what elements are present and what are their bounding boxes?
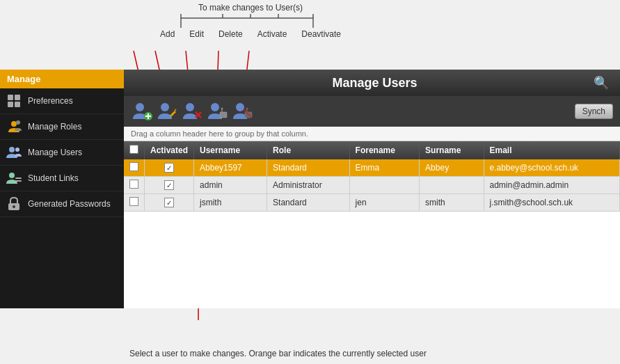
col-header-checkbox xyxy=(124,141,145,159)
svg-point-35 xyxy=(221,108,223,110)
activated-checkmark xyxy=(164,198,174,207)
sidebar-item-manage-roles[interactable]: Manage Roles xyxy=(0,114,124,140)
row-role: Administrator xyxy=(267,177,350,194)
svg-point-16 xyxy=(16,120,20,125)
select-all-checkbox[interactable] xyxy=(129,145,138,154)
annotation-text: To make changes to User(s) xyxy=(111,3,390,13)
toolbar-label-row: Add Edit Delete Activate Deavtivate xyxy=(160,29,341,39)
main-content: Manage Users 🔍 xyxy=(124,70,620,308)
sidebar-header: Manage xyxy=(0,70,124,88)
deactivate-user-button[interactable] xyxy=(231,100,253,122)
svg-point-33 xyxy=(211,103,219,111)
svg-point-38 xyxy=(246,108,248,110)
row-forename: jen xyxy=(349,194,420,212)
app-container: Manage Preferences Manage Roles xyxy=(0,70,620,308)
row-checkbox-cell[interactable] xyxy=(124,159,145,177)
delete-user-button[interactable] xyxy=(181,100,203,122)
col-header-surname[interactable]: Surname xyxy=(420,141,484,159)
svg-point-18 xyxy=(15,148,19,152)
svg-point-36 xyxy=(236,103,244,111)
row-activated xyxy=(145,177,194,194)
sidebar-label-manage-roles: Manage Roles xyxy=(28,122,81,132)
svg-rect-21 xyxy=(15,180,22,182)
col-header-forename[interactable]: Forename xyxy=(349,141,420,159)
toolbar-icons xyxy=(131,100,253,122)
col-header-username[interactable]: Username xyxy=(194,141,267,159)
sidebar-item-student-links[interactable]: Student Links xyxy=(0,166,124,191)
svg-point-17 xyxy=(9,147,15,152)
main-header: Manage Users 🔍 xyxy=(124,70,620,96)
row-username: jsmith xyxy=(194,194,267,212)
row-surname: Abbey xyxy=(420,159,484,177)
table-row[interactable]: Abbey1597 Standard Emma Abbey e.abbey@sc… xyxy=(124,159,620,177)
user-table: Activated Username Role Forename Surname… xyxy=(124,141,620,308)
preferences-icon xyxy=(6,93,22,109)
svg-rect-13 xyxy=(8,102,13,107)
sidebar-label-student-links: Student Links xyxy=(28,173,79,183)
activated-checkmark xyxy=(164,180,174,190)
manage-roles-icon xyxy=(6,118,22,135)
user-table-body: Abbey1597 Standard Emma Abbey e.abbey@sc… xyxy=(124,159,620,212)
label-activate: Activate xyxy=(257,29,287,39)
bracket-svg xyxy=(160,13,341,29)
bottom-annotation-text: Select a user to make changes. Orange ba… xyxy=(129,349,427,358)
row-email: admin@admin.admin xyxy=(484,177,620,194)
row-email: j.smith@school.sch.uk xyxy=(484,194,620,212)
table-row[interactable]: jsmith Standard jen smith j.smith@school… xyxy=(124,194,620,212)
sidebar: Manage Preferences Manage Roles xyxy=(0,70,124,308)
row-checkbox-cell[interactable] xyxy=(124,194,145,212)
sidebar-item-preferences[interactable]: Preferences xyxy=(0,88,124,114)
edit-user-button[interactable] xyxy=(156,100,178,122)
sidebar-item-manage-users[interactable]: Manage Users xyxy=(0,140,124,166)
activated-checkmark xyxy=(164,163,174,173)
student-links-icon xyxy=(6,170,22,187)
row-checkbox-cell[interactable] xyxy=(124,177,145,194)
svg-rect-12 xyxy=(15,95,20,100)
svg-rect-20 xyxy=(15,177,22,179)
svg-rect-34 xyxy=(220,112,227,118)
row-forename: Emma xyxy=(349,159,420,177)
col-header-activated[interactable]: Activated xyxy=(145,141,194,159)
table-header-row: Activated Username Role Forename Surname… xyxy=(124,141,620,159)
sidebar-label-generated-passwords: Generated Passwords xyxy=(28,199,111,209)
row-role: Standard xyxy=(267,194,350,212)
row-email: e.abbey@school.sch.uk xyxy=(484,159,620,177)
svg-point-28 xyxy=(161,103,169,111)
col-header-role[interactable]: Role xyxy=(267,141,350,159)
generated-passwords-icon xyxy=(6,196,22,212)
label-delete: Delete xyxy=(218,29,243,39)
table-row[interactable]: admin Administrator admin@admin.admin xyxy=(124,177,620,194)
row-checkbox[interactable] xyxy=(129,180,138,189)
toolbar-row: Synch xyxy=(124,96,620,127)
top-annotation: To make changes to User(s) Add Edit Dele… xyxy=(111,0,390,39)
svg-rect-14 xyxy=(15,102,20,107)
svg-point-30 xyxy=(186,103,194,111)
row-checkbox[interactable] xyxy=(129,197,138,206)
main-title: Manage Users xyxy=(156,76,594,90)
svg-point-23 xyxy=(13,205,15,208)
row-activated xyxy=(145,159,194,177)
svg-rect-11 xyxy=(8,95,13,100)
row-role: Standard xyxy=(267,159,350,177)
synch-button[interactable]: Synch xyxy=(575,104,613,119)
label-add: Add xyxy=(160,29,175,39)
add-user-button[interactable] xyxy=(131,100,153,122)
svg-line-29 xyxy=(175,109,176,111)
drag-hint: Drag a column header here to group by th… xyxy=(124,127,620,141)
search-icon[interactable]: 🔍 xyxy=(594,75,609,90)
row-surname xyxy=(420,177,484,194)
row-username: Abbey1597 xyxy=(194,159,267,177)
bottom-annotation: Select a user to make changes. Orange ba… xyxy=(124,343,432,364)
svg-point-24 xyxy=(136,103,144,111)
sidebar-label-manage-users: Manage Users xyxy=(28,148,82,157)
row-username: admin xyxy=(194,177,267,194)
sidebar-item-generated-passwords[interactable]: Generated Passwords xyxy=(0,191,124,217)
row-checkbox[interactable] xyxy=(129,162,138,171)
activate-user-button[interactable] xyxy=(206,100,228,122)
label-edit: Edit xyxy=(189,29,204,39)
label-deactivate: Deavtivate xyxy=(301,29,341,39)
col-header-email[interactable]: Email xyxy=(484,141,620,159)
svg-point-15 xyxy=(11,121,17,127)
row-surname: smith xyxy=(420,194,484,212)
row-activated xyxy=(145,194,194,212)
